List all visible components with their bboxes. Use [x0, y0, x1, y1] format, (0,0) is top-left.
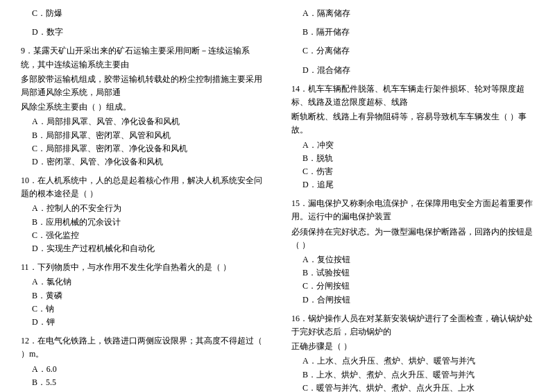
q9-line2: 多部胶带运输机组成，胶带运输机转载处的粉尘控制措施主要采用局部通风除尘系统，局部… [21, 73, 264, 99]
q15-line2: 必须保持在完好状态。为一微型漏电保护断路器，回路内的按钮是（ ） [291, 225, 534, 252]
option-d-mix: D．混合储存 [291, 64, 534, 77]
two-column-layout: C．防爆 D．数字 9．某露天矿山开采出来的矿石运输主要采用间断－连续运输系统，… [21, 7, 534, 392]
q12-line1: 12．在电气化铁路上，铁路进口两侧应设限界；其高度不得超过（ ）m。 [21, 334, 264, 361]
left-column: C．防爆 D．数字 9．某露天矿山开采出来的矿石运输主要采用间断－连续运输系统，… [21, 7, 271, 392]
q9-optC: C．局部排风罩、密闭罩、净化设备和风机 [21, 142, 264, 155]
option-d-digit: D．数字 [21, 26, 264, 39]
option-text: C．防爆 [21, 7, 264, 20]
q10-optA: A．控制人的不安全行为 [21, 202, 264, 215]
q16-optA: A．上水、点火升压、煮炉、烘炉、暖管与并汽 [291, 355, 534, 368]
q11-optB: B．黄磷 [21, 289, 264, 302]
q14-optB: B．脱轨 [291, 152, 534, 165]
q10-optD: D．实现生产过程机械化和自动化 [21, 242, 264, 255]
q16-line2: 正确步骤是（ ） [291, 340, 534, 353]
q15-line1: 15．漏电保护又称剩余电流保护，在保障用电安全方面起着重要作用。运行中的漏电保护… [291, 197, 534, 223]
option-text: D．数字 [21, 26, 264, 39]
option-text: C．分离储存 [291, 44, 534, 58]
option-text: A．隔离储存 [291, 7, 534, 20]
q11-optA: A．氯化钠 [21, 275, 264, 289]
option-c-separate: C．分离储存 [291, 44, 534, 58]
q14-line1: 14．机车车辆配件脱落、机车车辆走行架件损坏、轮对等限度超标、线路及道岔限度超标… [291, 83, 534, 109]
q14-optD: D．追尾 [291, 178, 534, 191]
question-9: 9．某露天矿山开采出来的矿石运输主要采用间断－连续运输系统，其中连续运输系统主要… [21, 44, 264, 169]
q9-optA: A．局部排风罩、风管、净化设备和风机 [21, 115, 264, 128]
question-16: 16．锅炉操作人员在对某新安装锅炉进行了全面检查，确认锅炉处于完好状态后，启动锅… [291, 312, 534, 392]
option-text: B．隔开储存 [291, 26, 534, 39]
q11-optC: C．钠 [21, 302, 264, 316]
question-15: 15．漏电保护又称剩余电流保护，在保障用电安全方面起着重要作用。运行中的漏电保护… [291, 197, 534, 307]
q11-line1: 11．下列物质中，与水作用不发生化学自热着火的是（ ） [21, 261, 264, 274]
q15-optC: C．分闸按钮 [291, 280, 534, 293]
q10-optB: B．应用机械的冗余设计 [21, 216, 264, 229]
option-a-isolate: A．隔离储存 [291, 7, 534, 20]
q16-line1: 16．锅炉操作人员在对某新安装锅炉进行了全面检查，确认锅炉处于完好状态后，启动锅… [291, 312, 534, 339]
question-12: 12．在电气化铁路上，铁路进口两侧应设限界；其高度不得超过（ ）m。 A．6.0… [21, 334, 264, 392]
q10-line1: 10．在人机系统中，人的总是起着核心作用，解决人机系统安全问题的根本途径是（ ） [21, 174, 264, 201]
q11-optD: D．钾 [21, 316, 264, 329]
q14-line2: 断轨断枕、线路上有异物阻碍等，容易导致机车车辆发生（ ）事故。 [291, 110, 534, 137]
question-14: 14．机车车辆配件脱落、机车车辆走行架件损坏、轮对等限度超标、线路及道岔限度超标… [291, 83, 534, 192]
question-10: 10．在人机系统中，人的总是起着核心作用，解决人机系统安全问题的根本途径是（ ）… [21, 174, 264, 255]
right-column: A．隔离储存 B．隔开储存 C．分离储存 D．混合储存 14．机车车辆配件脱落、… [284, 7, 534, 392]
option-text: D．混合储存 [291, 64, 534, 77]
q9-line3: 风除尘系统主要由（ ）组成。 [21, 101, 264, 114]
q12-optC: C．5.0 [21, 389, 264, 392]
q15-optA: A．复位按钮 [291, 253, 534, 266]
option-c-prevent: C．防爆 [21, 7, 264, 20]
q15-optD: D．合闸按钮 [291, 293, 534, 307]
q16-optB: B．上水、烘炉、煮炉、点火升压、暖管与并汽 [291, 368, 534, 382]
q12-optA: A．6.0 [21, 363, 264, 376]
q9-optD: D．密闭罩、风管、净化设备和风机 [21, 155, 264, 169]
question-11: 11．下列物质中，与水作用不发生化学自热着火的是（ ） A．氯化钠 B．黄磷 C… [21, 261, 264, 329]
q9-line1: 9．某露天矿山开采出来的矿石运输主要采用间断－连续运输系统，其中连续运输系统主要… [21, 44, 264, 71]
q12-optB: B．5.5 [21, 376, 264, 389]
page-container: C．防爆 D．数字 9．某露天矿山开采出来的矿石运输主要采用间断－连续运输系统，… [21, 7, 534, 392]
q15-optB: B．试验按钮 [291, 266, 534, 280]
q9-optB: B．局部排风罩、密闭罩、风管和风机 [21, 129, 264, 142]
q10-optC: C．强化监控 [21, 229, 264, 242]
option-b-interval: B．隔开储存 [291, 26, 534, 39]
q16-optC: C．暖管与并汽、烘炉、煮炉、点火升压、上水 [291, 382, 534, 392]
q14-optC: C．伤害 [291, 165, 534, 178]
q14-optA: A．冲突 [291, 139, 534, 152]
